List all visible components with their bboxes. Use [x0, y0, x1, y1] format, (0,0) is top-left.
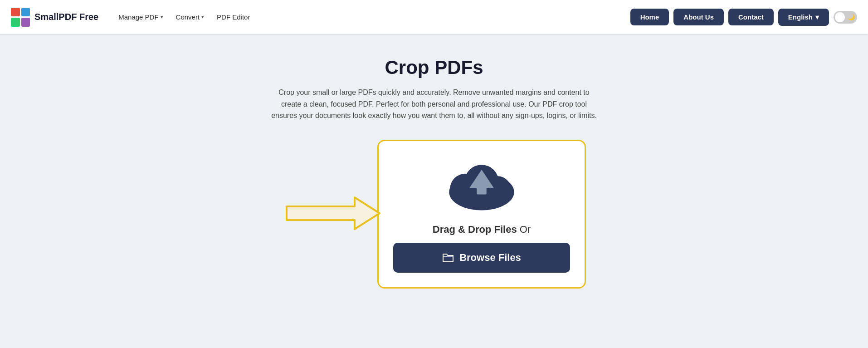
- logo-cell-purple: [21, 18, 30, 27]
- page-description: Crop your small or large PDFs quickly an…: [271, 87, 597, 122]
- drag-drop-text: Drag & Drop Files Or: [433, 224, 531, 235]
- folder-icon: [442, 252, 454, 263]
- nav-convert[interactable]: Convert ▾: [171, 10, 210, 25]
- nav-manage-pdf-label: Manage PDF: [118, 13, 158, 21]
- page-title: Crop PDFs: [385, 57, 483, 78]
- toggle-knob: [835, 12, 845, 22]
- chevron-down-icon: ▾: [161, 14, 163, 20]
- home-button[interactable]: Home: [630, 9, 669, 25]
- dark-mode-toggle[interactable]: 🌙: [834, 11, 857, 24]
- logo-cell-blue: [21, 8, 30, 17]
- brand-name: SmallPDF Free: [34, 12, 98, 22]
- drag-drop-plain: Or: [517, 224, 531, 235]
- about-button[interactable]: About Us: [673, 9, 724, 25]
- logo: [11, 8, 30, 27]
- logo-cell-green: [11, 18, 20, 27]
- nav-links: Manage PDF ▾ Convert ▾ PDF Editor: [113, 10, 630, 25]
- brand: SmallPDF Free: [11, 8, 98, 27]
- arrow-icon: [282, 195, 382, 231]
- browse-files-button[interactable]: Browse Files: [393, 243, 570, 273]
- chevron-down-icon: ▾: [815, 13, 819, 21]
- drag-drop-bold: Drag & Drop Files: [433, 224, 517, 235]
- svg-rect-6: [477, 187, 487, 194]
- browse-files-label: Browse Files: [459, 252, 521, 264]
- nav-manage-pdf[interactable]: Manage PDF ▾: [113, 10, 168, 25]
- language-button[interactable]: English ▾: [778, 9, 829, 26]
- svg-marker-0: [287, 197, 380, 229]
- navbar: SmallPDF Free Manage PDF ▾ Convert ▾ PDF…: [0, 0, 868, 34]
- nav-pdf-editor[interactable]: PDF Editor: [211, 10, 255, 25]
- moon-icon: 🌙: [848, 14, 855, 20]
- language-label: English: [788, 13, 813, 21]
- nav-pdf-editor-label: PDF Editor: [217, 13, 250, 21]
- upload-row: Drag & Drop Files Or Browse Files: [282, 140, 586, 289]
- nav-convert-label: Convert: [176, 13, 200, 21]
- contact-button[interactable]: Contact: [728, 9, 774, 25]
- navbar-right: Home About Us Contact English ▾ 🌙: [630, 9, 857, 26]
- main-content: Crop PDFs Crop your small or large PDFs …: [0, 34, 868, 348]
- chevron-down-icon: ▾: [201, 14, 204, 20]
- logo-cell-red: [11, 8, 20, 17]
- upload-dropzone[interactable]: Drag & Drop Files Or Browse Files: [377, 140, 586, 289]
- arrow-container: [282, 195, 382, 233]
- cloud-upload-icon: [441, 157, 522, 216]
